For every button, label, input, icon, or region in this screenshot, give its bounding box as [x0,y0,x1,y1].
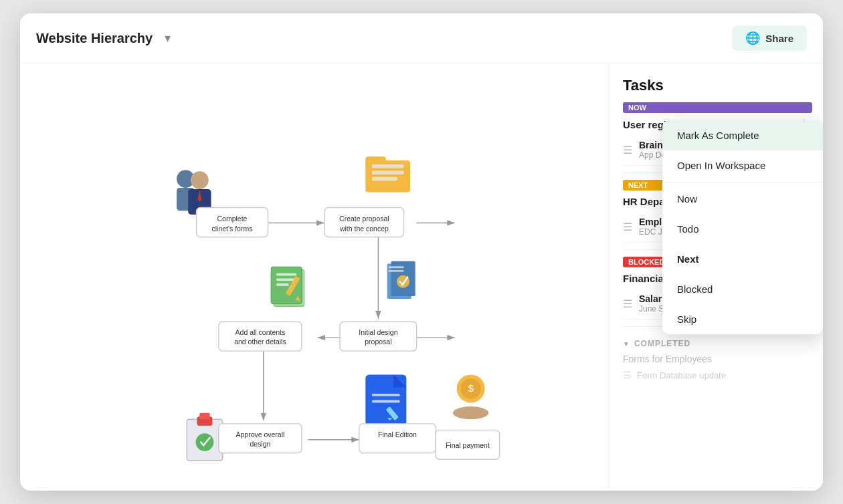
svg-text:Final  payment: Final payment [446,442,490,449]
completed-label: COMPLETED [634,339,690,348]
app-container: Website Hierarchy ▾ 🌐 Share [20,13,823,491]
completed-task-icon: ☰ [623,370,632,380]
canvas-area: $ [20,64,609,491]
svg-rect-22 [389,270,404,272]
context-menu-now[interactable]: Now [662,184,823,214]
context-menu-mark-complete[interactable]: Mark As Complete [662,120,823,150]
context-menu-next[interactable]: Next [662,244,823,274]
svg-text:$: $ [468,382,474,394]
share-button[interactable]: 🌐 Share [732,25,807,51]
svg-rect-50 [219,322,302,351]
svg-rect-25 [199,413,209,420]
completed-task-name: Form Database update [637,370,726,380]
svg-rect-9 [372,170,404,174]
context-menu-open-workspace[interactable]: Open In Workspace [662,150,823,180]
context-menu-blocked[interactable]: Blocked [662,274,823,304]
context-menu: Mark As Complete Open In Workspace Now T… [662,120,823,334]
task-icon: ☰ [623,297,632,310]
svg-text:Final Edition: Final Edition [378,431,417,438]
svg-text:Complete: Complete [217,215,248,223]
svg-rect-8 [372,164,404,168]
svg-rect-15 [276,283,289,286]
svg-point-26 [196,433,214,451]
svg-rect-56 [219,424,302,453]
completed-section: ▼ COMPLETED Forms for Employees ☰ Form D… [623,339,812,383]
task-icon: ☰ [623,144,632,156]
svg-rect-13 [276,273,297,276]
context-menu-skip[interactable]: Skip [662,304,823,334]
triangle-icon: ▼ [623,340,630,348]
svg-rect-21 [389,266,404,268]
svg-text:Approve overall: Approve overall [236,431,285,438]
context-menu-todo[interactable]: Todo [662,214,823,244]
svg-text:and other details: and other details [234,338,286,346]
svg-rect-10 [372,177,397,181]
svg-rect-53 [340,322,416,351]
context-menu-divider [662,182,823,182]
header: Website Hierarchy ▾ 🌐 Share [20,13,823,64]
main-layout: $ [20,64,823,491]
svg-point-3 [191,171,209,189]
now-label: NOW [623,102,812,113]
svg-point-36 [453,406,488,419]
svg-text:Create proposal: Create proposal [339,215,389,223]
svg-text:proposal: proposal [365,338,391,346]
completed-group-name: Forms for Employees [623,354,812,364]
svg-text:clinet's forms: clinet's forms [212,225,253,233]
completed-task: ☰ Form Database update [623,367,812,383]
dropdown-button[interactable]: ▾ [161,29,175,47]
flow-diagram: $ [20,64,609,491]
tasks-title: Tasks [623,77,812,94]
svg-text:Initial design: Initial design [359,329,397,336]
share-label: Share [765,33,793,44]
svg-rect-29 [372,394,400,396]
svg-text:design: design [250,440,270,448]
task-icon: ☰ [623,221,632,233]
page-title: Website Hierarchy [36,31,153,46]
svg-text:Add all contents: Add all contents [236,329,286,336]
completed-header[interactable]: ▼ COMPLETED [623,339,812,348]
svg-rect-30 [372,400,400,403]
globe-icon: 🌐 [745,31,760,45]
svg-rect-59 [359,424,436,453]
svg-text:with the concep: with the concep [339,225,389,233]
